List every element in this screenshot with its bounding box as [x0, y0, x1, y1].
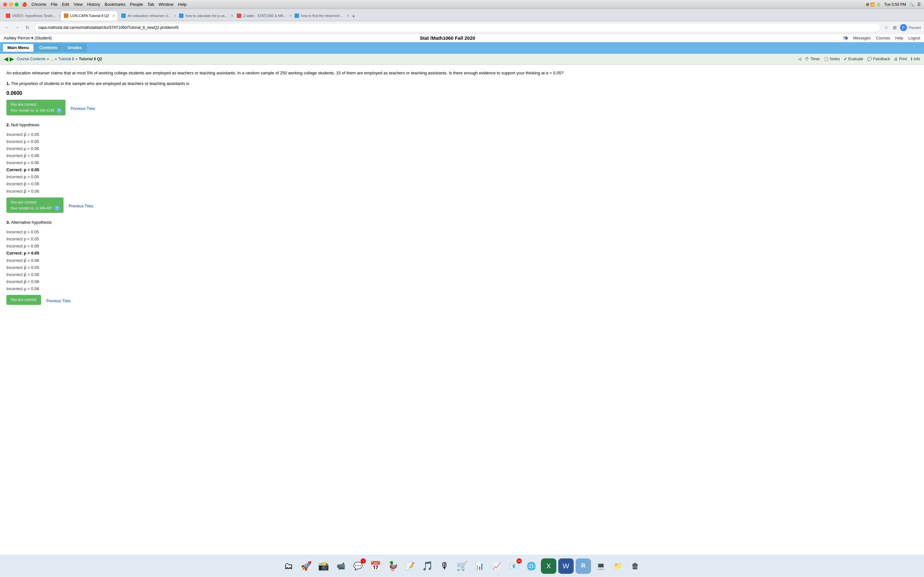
q2-opt-6[interactable]: Correct: p = 0.05: [6, 166, 918, 173]
q3-opt-5[interactable]: Incorrect p̄ = 0.06: [6, 257, 918, 264]
evaluate-icon: ✔: [844, 57, 847, 61]
help-menu[interactable]: Help: [178, 2, 187, 7]
logout-label[interactable]: Logout: [908, 36, 920, 40]
tab-label-3: An education rehearser cl...: [128, 14, 171, 18]
q2-opt-1[interactable]: Incorrect p̄ = 0.05: [6, 131, 918, 138]
feedback-label: Feedback: [873, 57, 890, 61]
feedback-item[interactable]: 💬 Feedback: [867, 57, 890, 61]
loncapa-nav-right: 📬 Messages Courses Help Logout: [843, 36, 920, 40]
bookmarks-menu[interactable]: Bookmarks: [105, 2, 126, 7]
close-button[interactable]: [3, 3, 7, 6]
tab-close-6[interactable]: ✕: [347, 14, 349, 18]
breadcrumb-course-contents[interactable]: Course Contents: [17, 57, 45, 61]
titlebar-right: ⊞ 📶 🔋 Tue 5:50 PM 🔍 ☰: [866, 2, 921, 7]
q3-previous-tries[interactable]: Previous Tries: [46, 298, 71, 304]
question-1: 1. The proportion of students in the sam…: [6, 81, 918, 118]
apple-menu[interactable]: 🍎: [22, 2, 27, 7]
q2-opt-2[interactable]: Incorrect p < 0.05: [6, 138, 918, 145]
q3-opt-2[interactable]: Incorrect p < 0.05: [6, 235, 918, 243]
grades-tab[interactable]: Grades: [63, 44, 87, 52]
info-item[interactable]: ℹ Info: [911, 57, 920, 61]
next-arrow[interactable]: ▶: [10, 55, 14, 63]
breadcrumb-ellipsis[interactable]: ...: [50, 57, 53, 61]
breadcrumb-current: Tutorial 8 Q2: [79, 57, 102, 61]
people-menu[interactable]: People: [130, 2, 143, 7]
tab-close-2[interactable]: ✕: [112, 14, 115, 18]
loncapa-header: Ashley Perron ▾ (Student) Stat /Math1060…: [0, 34, 924, 42]
q2-opt-9[interactable]: Incorrect p̄ > 0.06: [6, 188, 918, 195]
q1-previous-tries[interactable]: Previous Tries: [71, 106, 95, 112]
q3-opt-4[interactable]: Correct: p > 0.05: [6, 250, 918, 257]
profile-icon[interactable]: P: [900, 24, 907, 31]
q2-opt-3[interactable]: Incorrect μ = 0.06: [6, 145, 918, 152]
q3-opt-7[interactable]: Incorrect p̄ > 0.06: [6, 271, 918, 278]
tab-close-4[interactable]: ✕: [231, 14, 233, 18]
q3-correct-box: You are correct.: [6, 295, 41, 305]
evaluate-item[interactable]: ✔ Evaluate: [844, 57, 863, 61]
maximize-button[interactable]: [15, 3, 19, 6]
q3-opt-1[interactable]: Incorrect p = 0.05: [6, 229, 918, 235]
q3-options: Incorrect p = 0.05 Incorrect p < 0.05 In…: [6, 229, 918, 292]
q2-help-icon[interactable]: ?: [55, 206, 60, 211]
q1-question: The proportion of students in the sample…: [11, 81, 189, 86]
messages-label[interactable]: Messages: [853, 36, 871, 40]
tab-6[interactable]: how to find the observed ... ✕: [291, 11, 349, 21]
contents-tab[interactable]: Contents: [34, 44, 62, 52]
nav-tabs: Main Menu Contents Grades: [0, 42, 924, 53]
address-right: ☆ ⊞ P Paused: [883, 24, 921, 31]
file-menu[interactable]: File: [51, 2, 57, 7]
forward-button[interactable]: →: [13, 24, 21, 31]
q2-opt-8[interactable]: Incorrect p̄ = 0.06: [6, 181, 918, 187]
q2-opt-7[interactable]: Incorrect p > 0.05: [6, 173, 918, 181]
q2-previous-tries[interactable]: Previous Tries: [69, 203, 93, 210]
view-menu[interactable]: View: [74, 2, 83, 7]
chrome-menu[interactable]: Chrome: [31, 2, 46, 7]
breadcrumb: Course Contents » ... » Tutorial 8 » Tut…: [17, 57, 102, 61]
tab-menu[interactable]: Tab: [148, 2, 154, 7]
tab-favicon-4: [179, 13, 184, 18]
bookmark-icon[interactable]: ☆: [883, 24, 890, 31]
breadcrumb-tutorial8[interactable]: Tutorial 8: [58, 57, 74, 61]
history-menu[interactable]: History: [87, 2, 100, 7]
evaluate-label: Evaluate: [848, 57, 863, 61]
breadcrumb-arrows: ◀ ▶: [4, 55, 14, 63]
window-menu[interactable]: Window: [159, 2, 174, 7]
new-tab-button[interactable]: +: [349, 12, 358, 21]
main-menu-tab[interactable]: Main Menu: [3, 44, 34, 52]
tab-label-6: how to find the observed ...: [301, 14, 343, 18]
q1-help-icon[interactable]: ?: [57, 108, 61, 113]
q2-number: 2.: [6, 122, 10, 127]
course-title: Stat /Math1060 Fall 2020: [420, 35, 475, 41]
q3-opt-6[interactable]: Incorrect p̄ = 0.05: [6, 264, 918, 271]
help-label[interactable]: Help: [895, 36, 903, 40]
q3-opt-8[interactable]: Incorrect p̄ < 0.06: [6, 278, 918, 285]
q3-opt-3[interactable]: Incorrect p = 0.06: [6, 243, 918, 250]
timer-item[interactable]: ⏱ Timer: [805, 57, 820, 61]
q2-opt-5[interactable]: Incorrect p = 0.06: [6, 159, 918, 166]
url-input[interactable]: [34, 23, 881, 32]
q3-opt-9[interactable]: Incorrect μ = 0.06: [6, 285, 918, 292]
problem-intro: An education rehearser claims that at mo…: [6, 70, 918, 77]
tab-3[interactable]: An education rehearser cl... ✕: [118, 11, 176, 21]
edit-menu[interactable]: Edit: [62, 2, 69, 7]
print-item[interactable]: 🖨 Print: [894, 57, 907, 61]
paused-label: Paused: [909, 26, 921, 29]
tab-1[interactable]: VIDEO: Hypothesis Testin... ✕: [3, 11, 60, 21]
minimize-button[interactable]: [9, 3, 13, 6]
tab-4[interactable]: how to calculate the p-va... ✕: [176, 11, 234, 21]
tab-2[interactable]: LON-CAPA Tutorial 8 Q2 ✕: [60, 11, 118, 21]
tab-5[interactable]: Z-table - STAT1060 & MA... ✕: [234, 11, 291, 21]
question-2: 2. Null hypothesis Incorrect p̄ = 0.05 I…: [6, 122, 918, 215]
back-nav-icon[interactable]: ◁: [798, 57, 801, 61]
back-button[interactable]: ←: [3, 24, 11, 31]
courses-label[interactable]: Courses: [876, 36, 890, 40]
refresh-button[interactable]: ↻: [24, 24, 31, 31]
extension-icon[interactable]: ⊞: [892, 24, 898, 31]
notes-item[interactable]: 📋 Notes: [824, 57, 840, 61]
user-dropdown-icon[interactable]: ▾: [31, 35, 35, 40]
spotlight-icon[interactable]: 🔍: [909, 2, 914, 7]
messages-link[interactable]: 📬: [843, 36, 848, 40]
prev-arrow[interactable]: ◀: [4, 55, 8, 63]
siri-icon[interactable]: ☰: [917, 2, 921, 7]
q2-opt-4[interactable]: Incorrect p̄ < 0.06: [6, 152, 918, 159]
